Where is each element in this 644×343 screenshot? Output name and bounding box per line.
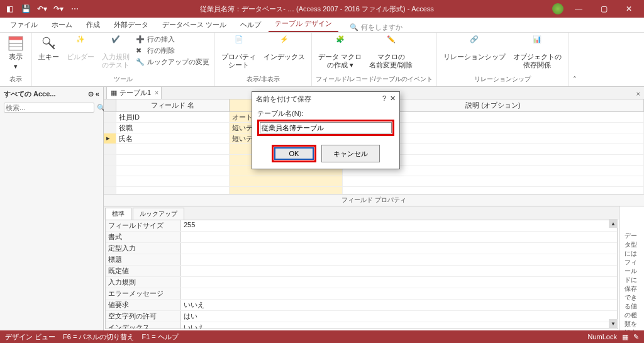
property-row[interactable]: 入力規則 — [106, 277, 617, 288]
property-row[interactable]: 書式 — [106, 232, 617, 243]
table-row[interactable] — [104, 176, 644, 187]
property-key: インデックス — [106, 322, 181, 329]
ribbon-tab-db-tools[interactable]: データベース ツール — [156, 18, 233, 32]
ribbon-tab-create[interactable]: 作成 — [80, 18, 106, 32]
prop-tab-general[interactable]: 標準 — [105, 208, 131, 220]
dependencies-icon: 📊 — [529, 35, 545, 52]
col-field-name[interactable]: フィールド 名 — [116, 99, 230, 111]
ok-button[interactable]: OK — [274, 147, 314, 160]
property-value[interactable]: いいえ — [181, 322, 617, 329]
row-selector[interactable] — [104, 112, 116, 122]
minimize-button[interactable]: — — [566, 0, 591, 18]
property-value[interactable] — [181, 243, 617, 254]
ribbon-tab-file[interactable]: ファイル — [4, 18, 44, 32]
cell-field-name[interactable]: 社員ID — [116, 112, 230, 122]
property-row[interactable]: 空文字列の許可はい — [106, 311, 617, 322]
close-button[interactable]: ✕ — [616, 0, 641, 18]
status-numlock: NumLock — [588, 333, 617, 341]
doc-tab-table1[interactable]: ▦ テーブル1 × — [106, 86, 162, 99]
ribbon-tab-table-design[interactable]: テーブル デザイン — [269, 16, 338, 32]
save-icon[interactable]: 💾 — [19, 2, 33, 16]
collapse-ribbon-button[interactable]: ˄ — [569, 33, 581, 86]
property-value[interactable] — [181, 288, 617, 299]
cell-field-name[interactable]: 氏名 — [116, 133, 230, 143]
tell-me-search[interactable]: 🔍 何をしますか — [350, 23, 402, 32]
property-key: 標題 — [106, 254, 181, 265]
property-grid[interactable]: フィールドサイズ255書式定型入力標題既定値入力規則エラーメッセージ値要求いいえ… — [105, 220, 618, 329]
property-row[interactable]: 既定値 — [106, 266, 617, 277]
table-name-input[interactable] — [260, 122, 392, 133]
property-key: フィールドサイズ — [106, 220, 181, 231]
property-value[interactable] — [181, 232, 617, 242]
property-value[interactable]: いいえ — [181, 300, 617, 310]
property-sheet-button[interactable]: 📄 プロパティ シート — [219, 34, 258, 70]
row-selector[interactable] — [104, 123, 116, 133]
property-row[interactable]: エラーメッセージ — [106, 288, 617, 300]
property-sheet-icon: 📄 — [231, 35, 247, 52]
property-row[interactable]: 標題 — [106, 254, 617, 266]
property-value[interactable] — [181, 266, 617, 276]
dialog-close-icon[interactable]: ✕ — [390, 94, 396, 104]
row-selector-header[interactable] — [104, 99, 116, 111]
navpane-search-input[interactable] — [4, 103, 94, 113]
modify-lookups-button[interactable]: 🔧ルックアップの変更 — [135, 57, 211, 67]
check-icon: ✔️ — [108, 35, 124, 52]
window-title: 従業員名簿：データベース- … (Access 2007 - 2016 ファイル… — [82, 4, 552, 14]
undo-icon[interactable]: ↶▾ — [35, 2, 49, 16]
dialog-help-icon[interactable]: ? — [382, 94, 386, 104]
builder-button: ✨ ビルダー — [64, 34, 97, 62]
qat-more-icon[interactable]: ⋯ — [68, 2, 82, 16]
status-f6: F6 = パネルの切り替え — [63, 332, 134, 342]
close-document-button[interactable]: × — [633, 89, 644, 99]
scroll-up-button[interactable]: ▲ — [609, 219, 618, 228]
key-icon — [41, 35, 57, 52]
property-row[interactable]: 値要求いいえ — [106, 300, 617, 311]
property-key: 値要求 — [106, 300, 181, 310]
rename-delete-macro-button[interactable]: ✏️ マクロの 名前変更/削除 — [367, 34, 415, 70]
tab-close-icon[interactable]: × — [155, 89, 158, 96]
prop-tab-lookup[interactable]: ルックアップ — [133, 208, 184, 220]
svg-line-6 — [52, 45, 54, 47]
object-dependencies-button[interactable]: 📊 オブジェクトの 依存関係 — [511, 34, 564, 70]
property-key: 既定値 — [106, 266, 181, 276]
create-data-macro-button[interactable]: 🧩 データ マクロ の作成 ▾ — [316, 34, 364, 70]
relationships-button[interactable]: 🔗 リレーションシップ — [441, 34, 508, 62]
table-row[interactable] — [104, 187, 644, 194]
cell-field-name[interactable]: 役職 — [116, 123, 230, 133]
primary-key-button[interactable]: 主キー — [36, 34, 62, 62]
view-button[interactable]: 表示▾ — [4, 34, 28, 72]
cancel-button[interactable]: キャンセル — [321, 145, 380, 162]
insert-rows-button[interactable]: ➕行の挿入 — [135, 34, 211, 45]
field-properties-pane: 標準 ルックアップ フィールドサイズ255書式定型入力標題既定値入力規則エラーメ… — [104, 206, 644, 330]
ribbon-tab-home[interactable]: ホーム — [45, 18, 79, 32]
access-icon[interactable]: ◧ — [3, 2, 16, 16]
property-row[interactable]: 定型入力 — [106, 243, 617, 254]
scroll-down-button[interactable]: ▼ — [609, 319, 618, 328]
property-value[interactable]: 255 — [181, 220, 617, 231]
property-row[interactable]: フィールドサイズ255 — [106, 220, 617, 232]
ribbon-tab-external-data[interactable]: 外部データ — [108, 18, 155, 32]
property-value[interactable]: はい — [181, 311, 617, 322]
delete-rows-button[interactable]: ✖行の削除 — [135, 45, 211, 56]
grid-view-icon — [8, 35, 24, 52]
status-view: デザイン ビュー — [5, 332, 55, 342]
datasheet-view-icon[interactable]: ▦ — [622, 333, 628, 341]
property-value[interactable] — [181, 277, 617, 288]
property-value[interactable] — [181, 254, 617, 265]
row-selector[interactable]: ▸ — [104, 133, 116, 143]
indexes-button[interactable]: ⚡ インデックス — [261, 34, 308, 62]
chevron-left-icon[interactable]: ⊙ « — [88, 90, 99, 98]
user-avatar-icon[interactable] — [552, 3, 564, 14]
ribbon-tab-help[interactable]: ヘルプ — [234, 18, 267, 32]
table-icon: ▦ — [111, 89, 117, 97]
maximize-button[interactable]: ▢ — [591, 0, 616, 18]
ribbon-group-tools: ツール — [36, 75, 211, 85]
navpane-header[interactable]: すべての Acce... ⊙ « — [0, 87, 103, 101]
table-name-label: テーブル名(N): — [257, 109, 394, 118]
ribbon-tabs: ファイル ホーム 作成 外部データ データベース ツール ヘルプ テーブル デザ… — [0, 18, 644, 33]
rename-macro-icon: ✏️ — [383, 35, 399, 52]
redo-icon[interactable]: ↷▾ — [52, 2, 65, 16]
property-row[interactable]: インデックスいいえ — [106, 322, 617, 329]
design-view-icon[interactable]: ✎ — [633, 333, 639, 341]
navigation-pane: すべての Acce... ⊙ « 🔍 — [0, 87, 104, 330]
